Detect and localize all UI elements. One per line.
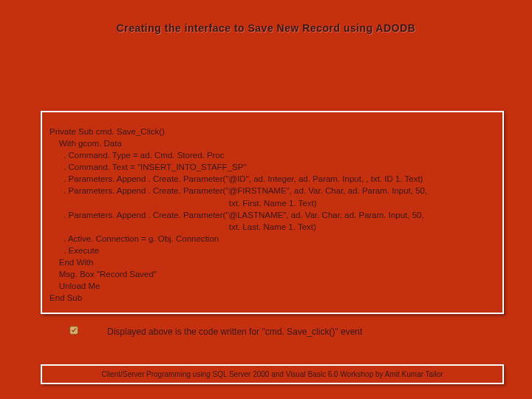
footer-text: Client/Server Programming using SQL Serv…: [101, 370, 443, 378]
hand-pointer-icon: [69, 325, 79, 335]
caption-row: Displayed above is the code written for …: [41, 325, 504, 338]
bullet-icon-cell: [41, 325, 107, 338]
footer-bar: Client/Server Programming using SQL Serv…: [41, 364, 504, 384]
code-block: Private Sub cmd. Save_Click() With gcom.…: [50, 126, 495, 304]
code-panel: Private Sub cmd. Save_Click() With gcom.…: [41, 111, 504, 314]
slide-title: Creating the interface to Save New Recor…: [0, 22, 532, 34]
caption-text: Displayed above is the code written for …: [107, 327, 362, 337]
